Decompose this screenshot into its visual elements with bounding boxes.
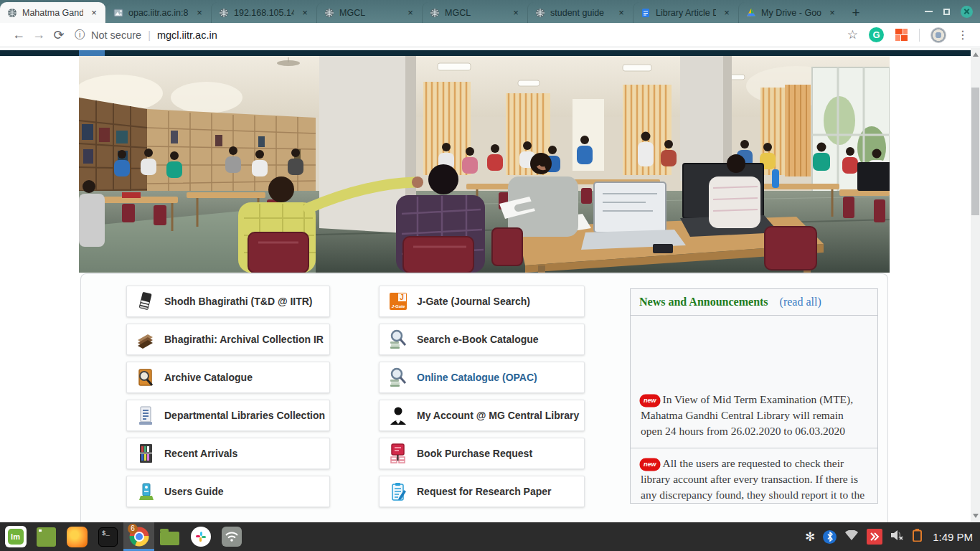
menu-shodh-bhagirathi[interactable]: Shodh Bhagirathi (T&D @ IITR) (126, 286, 330, 317)
menu-book-purchase[interactable]: Book Purchase Request (379, 438, 585, 469)
taskbar-clock[interactable]: 1:49 PM (933, 531, 973, 543)
menu-search-ebook[interactable]: Search e-Book Catalogue (379, 324, 585, 355)
tab-mgcl-2[interactable]: MGCL × (422, 2, 527, 23)
read-all-link[interactable]: (read all) (780, 296, 821, 309)
back-button[interactable]: ← (9, 27, 29, 42)
menu-label: Recent Arrivals (164, 448, 237, 459)
tab-student-guide[interactable]: student guide × (527, 2, 633, 23)
close-tab-icon[interactable]: × (299, 7, 311, 19)
scroll-down-arrow[interactable] (973, 514, 979, 518)
forward-button[interactable]: → (29, 27, 49, 42)
scrollbar-thumb[interactable] (971, 88, 979, 215)
menu-online-catalogue-opac[interactable]: Online Catalogue (OPAC) (379, 362, 585, 393)
url-text[interactable]: mgcl.iitr.ac.in (157, 29, 217, 41)
menu-recent-arrivals[interactable]: Recent Arrivals (126, 438, 330, 469)
menu-bhagirathi-archival[interactable]: Bhagirathi: Archival Collection IR (126, 324, 330, 355)
svg-text:J-Gate: J-Gate (392, 304, 405, 309)
close-tab-icon[interactable]: × (88, 7, 100, 19)
page-scrollbar[interactable] (971, 48, 980, 522)
tab-mahatma-gandhi[interactable]: Mahatma Gand × (0, 2, 105, 23)
extension-icon[interactable] (895, 28, 908, 42)
mint-menu-button[interactable]: lm (0, 522, 31, 551)
menu-my-account[interactable]: My Account @ MG Central Library (379, 400, 585, 431)
jgate-logo-icon: JJ-Gate (389, 291, 407, 311)
restore-button[interactable] (943, 9, 950, 15)
scroll-up-arrow[interactable] (973, 52, 979, 57)
url-separator: | (148, 29, 151, 41)
network-settings-launcher[interactable] (216, 522, 247, 551)
person-icon (389, 405, 407, 425)
toolbar-divider (919, 29, 920, 42)
tab-title: My Drive - Goog (761, 8, 821, 18)
menu-jgate[interactable]: JJ-Gate J-Gate (Journal Search) (379, 286, 585, 317)
volume-muted-icon[interactable] (890, 529, 905, 544)
svg-text:J: J (400, 293, 404, 301)
library-photo (79, 56, 890, 273)
menu-label: Bhagirathi: Archival Collection IR (164, 334, 324, 345)
tab-title: Library Article D (656, 8, 716, 18)
library-photo-art (79, 56, 890, 273)
wifi-tray-icon[interactable] (844, 530, 859, 544)
browser-tab-bar: Mahatma Gand × opac.iitr.ac.in:8 × 192.1… (0, 0, 980, 23)
grammarly-extension-icon[interactable]: G (869, 27, 884, 42)
menu-research-paper-request[interactable]: Request for Research Paper (379, 476, 585, 507)
search-books-icon (389, 367, 407, 387)
firefox-launcher[interactable] (62, 522, 93, 551)
close-tab-icon[interactable]: × (616, 7, 627, 19)
menu-kebab-icon[interactable]: ⋮ (957, 28, 969, 42)
menu-label: Book Purchase Request (417, 448, 532, 459)
menu-label: Shodh Bhagirathi (T&D @ IITR) (164, 296, 313, 307)
menu-label: Archive Catalogue (164, 372, 253, 383)
news-text: In View of Mid Term Examination (MTE), M… (641, 393, 853, 437)
tab-ip-address[interactable]: 192.168.105.14 × (211, 2, 316, 23)
security-label: Not secure (91, 29, 141, 41)
menu-departmental-libraries[interactable]: Departmental Libraries Collection (126, 400, 330, 431)
terminal-launcher[interactable]: $_ (93, 522, 123, 551)
show-desktop-button[interactable] (31, 522, 62, 551)
news-header: News and Announcements (read all) (631, 289, 877, 316)
new-badge: new (641, 459, 659, 470)
menu-label: J-Gate (Journal Search) (417, 296, 530, 307)
slack-tray-icon[interactable]: ✻ (805, 529, 815, 545)
tab-library-article[interactable]: Library Article D × (633, 2, 738, 23)
google-docs-icon (641, 8, 651, 18)
menu-label: Departmental Libraries Collection (164, 410, 325, 421)
bluetooth-icon[interactable] (823, 530, 837, 544)
chrome-badge: 6 (128, 524, 138, 534)
image-icon (113, 8, 123, 18)
bookmark-star-icon[interactable]: ☆ (847, 27, 858, 42)
menu-archive-catalogue[interactable]: Archive Catalogue (126, 362, 330, 393)
site-nav-accent (79, 50, 105, 56)
files-launcher[interactable] (154, 522, 185, 551)
menu-label: Request for Research Paper (417, 486, 552, 497)
new-tab-button[interactable]: + (844, 2, 868, 23)
tab-mgcl-1[interactable]: MGCL × (316, 2, 422, 23)
menu-users-guide[interactable]: Users Guide (126, 476, 330, 507)
tab-my-drive[interactable]: My Drive - Goog × (738, 2, 844, 23)
close-tab-icon[interactable]: × (405, 7, 416, 19)
chrome-launcher[interactable]: 6 (123, 522, 154, 551)
reload-button[interactable]: ⟳ (49, 27, 69, 43)
minimize-button[interactable] (925, 11, 933, 12)
web-page: Shodh Bhagirathi (T&D @ IITR) Bhagirathi… (0, 48, 980, 522)
close-tab-icon[interactable]: × (721, 7, 732, 19)
red-book-icon (389, 443, 407, 463)
menu-label: My Account @ MG Central Library (417, 410, 579, 421)
news-panel: News and Announcements (read all) newIn … (630, 288, 878, 504)
address-bar[interactable]: ⓘ Not secure | mgcl.iitr.ac.in (75, 29, 847, 42)
close-tab-icon[interactable]: × (194, 7, 205, 19)
close-window-button[interactable] (961, 6, 973, 18)
info-icon[interactable]: ⓘ (75, 29, 85, 42)
close-tab-icon[interactable]: × (510, 7, 522, 19)
close-tab-icon[interactable]: × (826, 7, 838, 19)
tab-title: opac.iitr.ac.in:8 (128, 8, 189, 18)
news-title: News and Announcements (639, 296, 768, 309)
tab-title: 192.168.105.14 (234, 8, 294, 18)
profile-avatar[interactable] (930, 27, 946, 43)
globe-icon (219, 8, 229, 18)
tab-opac[interactable]: opac.iitr.ac.in:8 × (105, 2, 211, 23)
menu-label: Users Guide (164, 486, 223, 497)
battery-icon[interactable] (913, 529, 922, 545)
anydesk-icon[interactable] (867, 529, 882, 545)
slack-launcher[interactable] (185, 522, 216, 551)
